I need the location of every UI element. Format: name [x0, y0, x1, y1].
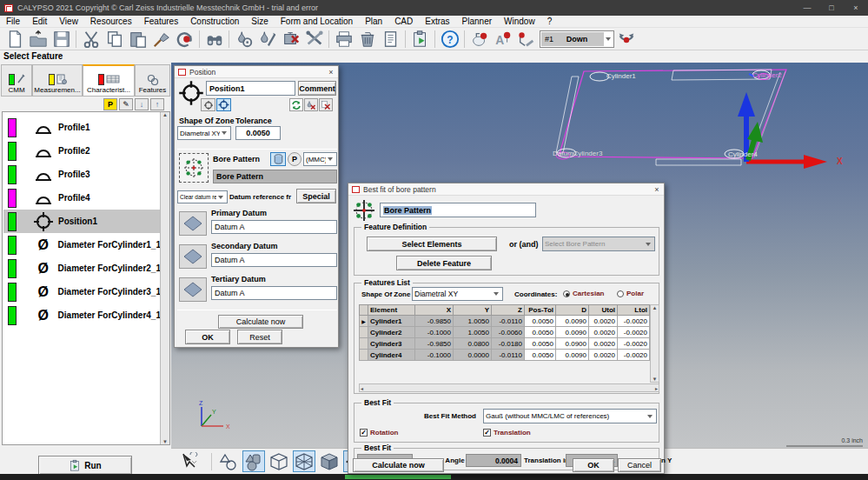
bestfit-calculate-button[interactable]: Calculate now [353, 458, 444, 472]
menu-help[interactable]: ? [541, 16, 559, 28]
list-item-profile3[interactable]: Profile3 [3, 163, 161, 186]
close-icon[interactable]: × [324, 68, 338, 77]
close-icon[interactable]: × [650, 185, 664, 194]
radio-polar[interactable]: Polar [617, 290, 644, 297]
bestfit-ok-button[interactable]: OK [573, 458, 614, 472]
run-button[interactable]: Run [38, 456, 132, 475]
menu-file[interactable]: File [0, 16, 26, 28]
open-icon[interactable] [26, 29, 50, 50]
list-item-diameter3[interactable]: Ø Diameter ForCylinder3_1 [3, 280, 161, 303]
menu-planner[interactable]: Planner [456, 16, 498, 28]
menu-edit[interactable]: Edit [26, 16, 53, 28]
bore-pattern-name-input[interactable]: Bore Pattern [380, 203, 536, 217]
reset-button[interactable]: Reset [237, 330, 282, 344]
delete-points-icon[interactable] [319, 98, 333, 111]
p-toggle-button[interactable]: P [103, 98, 117, 110]
joystick-icon[interactable] [467, 29, 491, 50]
menu-window[interactable]: Window [498, 16, 541, 28]
probe-qualify-icon[interactable] [255, 29, 279, 50]
mmc-dropdown[interactable]: (MMC) [303, 152, 337, 166]
menu-size[interactable]: Size [245, 16, 274, 28]
menu-construction[interactable]: Construction [184, 16, 245, 28]
list-item-diameter4[interactable]: Ø Diameter ForCylinder4_1 [3, 303, 161, 327]
text-element-icon[interactable]: A [491, 29, 514, 50]
tab-cmm[interactable]: CMM [1, 64, 32, 97]
menu-features[interactable]: Features [138, 16, 184, 28]
menu-form-location[interactable]: Form and Location [275, 16, 359, 28]
save-icon[interactable] [50, 29, 73, 50]
probe-position-icon[interactable] [514, 29, 538, 50]
primary-datum-icon[interactable] [179, 211, 207, 236]
position-mode-pattern-button[interactable] [216, 98, 231, 111]
ok-button[interactable]: OK [185, 330, 230, 344]
list-item-diameter1[interactable]: Ø Diameter ForCylinder1_1 [3, 233, 161, 257]
calculate-now-button[interactable]: Calculate now [218, 315, 303, 329]
scroll-down-icon[interactable]: ▼ [162, 439, 168, 444]
tab-features[interactable]: Features [135, 64, 170, 97]
move-down-button[interactable]: ↓ [135, 98, 149, 110]
scroll-left-icon[interactable]: ◂ [361, 385, 363, 391]
paste-icon[interactable] [126, 29, 149, 50]
secondary-datum-icon[interactable] [179, 244, 207, 269]
print-icon[interactable] [332, 29, 355, 50]
menu-extras[interactable]: Extras [419, 16, 455, 28]
table-row[interactable]: ▶ Cylinder1 -0.9850 1.0050 -0.0110 0.005… [360, 316, 650, 327]
select-elements-button[interactable]: Select Elements [367, 237, 497, 251]
bestfit-method-dropdown[interactable]: Gauß (without MMC/LMC of references) [483, 409, 657, 423]
run-plan-icon[interactable] [408, 29, 432, 50]
undo-icon[interactable] [173, 29, 196, 50]
scroll-up-icon[interactable]: ▲ [162, 112, 168, 117]
menu-view[interactable]: View [53, 16, 84, 28]
delete-probe-data-icon[interactable] [304, 98, 318, 111]
clear-datum-dropdown[interactable]: Clear datum referen [177, 190, 228, 203]
cut-icon[interactable] [79, 29, 103, 50]
features-filled-icon[interactable] [242, 450, 265, 472]
protocol-icon[interactable] [379, 29, 402, 50]
scroll-down-icon[interactable]: ▼ [653, 377, 658, 382]
cube-wireframe-icon[interactable] [268, 450, 290, 472]
features-outline-icon[interactable] [217, 450, 240, 472]
rotate-probe-icon[interactable] [614, 29, 638, 50]
comment-button[interactable]: Comment [298, 81, 336, 96]
list-item-position1[interactable]: Position1 [3, 210, 161, 233]
tertiary-datum-input[interactable]: Datum A [211, 286, 337, 300]
shape-of-zone-dropdown[interactable]: Diametral XY [177, 126, 231, 140]
tertiary-datum-icon[interactable] [179, 277, 207, 302]
cube-solid-icon[interactable] [318, 450, 341, 472]
feature-selector-icon[interactable] [176, 450, 206, 472]
feature-name-input[interactable]: Position1 [206, 81, 295, 96]
menu-cad[interactable]: CAD [388, 16, 419, 28]
copy-icon[interactable] [103, 29, 126, 50]
list-item-profile1[interactable]: Profile1 [3, 116, 161, 139]
cube-crossed-icon[interactable] [293, 450, 315, 472]
cylinder-icon[interactable] [270, 152, 286, 166]
list-item-profile4[interactable]: Profile4 [3, 186, 161, 210]
format-painter-icon[interactable] [149, 29, 173, 50]
primary-datum-input[interactable]: Datum A [211, 220, 337, 234]
radio-cartesian[interactable]: Cartesian [563, 290, 604, 297]
probe-change-icon[interactable] [232, 29, 255, 50]
scroll-right-icon[interactable]: ▸ [655, 385, 658, 391]
shape-of-zone-dropdown[interactable]: Diametral XY [412, 287, 503, 301]
search-icon[interactable] [202, 29, 226, 50]
minimize-button[interactable]: — [795, 0, 819, 16]
tolerance-input[interactable]: 0.0050 [235, 126, 281, 140]
menu-resources[interactable]: Resources [84, 16, 138, 28]
table-row[interactable]: Cylinder2 -0.1000 1.0050 -0.0060 0.0050 … [360, 327, 650, 338]
tab-characteristics[interactable]: Characterist... [83, 64, 135, 97]
bestfit-cancel-button[interactable]: Cancel [618, 458, 661, 472]
recalculate-icon[interactable] [289, 98, 303, 111]
scroll-up-icon[interactable]: ▲ [653, 305, 658, 310]
delete-feature-button[interactable]: Delete Feature [396, 256, 492, 270]
secondary-datum-input[interactable]: Datum A [211, 253, 337, 267]
rotation-checkbox[interactable]: ✓ Rotation [360, 429, 398, 437]
feature-list-scrollbar[interactable]: ▲ ▼ [160, 112, 169, 444]
tab-measurement[interactable]: Measuremen... [32, 64, 83, 97]
new-icon[interactable] [3, 29, 26, 50]
list-item-profile2[interactable]: Profile2 [3, 139, 161, 163]
help-icon[interactable]: ? [438, 29, 461, 50]
table-vertical-scrollbar[interactable]: ▲ ▼ [650, 304, 659, 383]
table-row[interactable]: Cylinder4 -0.1000 0.0000 -0.0110 0.0050 … [360, 350, 650, 361]
translation-checkbox[interactable]: ✓ Translation [483, 429, 531, 437]
position-mode-simple-button[interactable] [201, 98, 215, 111]
